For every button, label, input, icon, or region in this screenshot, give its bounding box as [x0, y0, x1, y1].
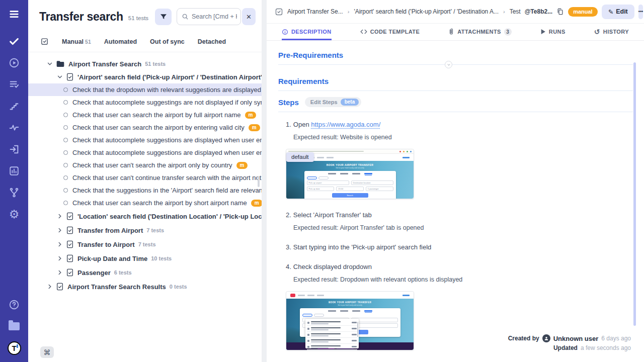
detail-scrollbar[interactable] — [633, 62, 636, 326]
mini-url-bar — [288, 151, 364, 152]
shared-steps-icon[interactable] — [7, 99, 21, 113]
tree-suite-transfer-from[interactable]: Transfer from Airport 7 tests — [28, 223, 262, 237]
profile-avatar[interactable]: T — [8, 341, 21, 355]
analytics-chart-icon[interactable] — [7, 164, 21, 178]
test-row[interactable]: Check that user can't continue transfer … — [28, 171, 262, 184]
copy-icon[interactable] — [556, 8, 564, 16]
test-id[interactable]: @Te8b2... — [525, 8, 553, 15]
step-screenshot-1[interactable]: BOOK YOUR AIRPORT TRANSFER Get to your h… — [286, 149, 414, 199]
chevron-right-icon — [56, 227, 63, 234]
tab-description[interactable]: DESCRIPTION — [282, 24, 332, 40]
step-item-2: 2. Select 'Airport Transfer' tab Expecte… — [286, 211, 633, 231]
test-circle-icon — [63, 201, 68, 205]
tree-suite-results[interactable]: Airport Transfer Search Results 0 tests — [28, 280, 262, 294]
expected-result: Expected result: Airport Transfer' tab i… — [293, 224, 633, 231]
test-row[interactable]: Check that user can't search the airport… — [28, 159, 262, 171]
test-runs-play-icon[interactable] — [7, 56, 21, 70]
test-row[interactable]: Check that autocomplete suggestions are … — [28, 146, 262, 159]
tab-manual[interactable]: Manual51 — [62, 38, 91, 45]
tab-automated[interactable]: Automated — [104, 38, 137, 45]
test-circle-icon — [63, 100, 68, 105]
file-check-icon — [66, 268, 73, 277]
chevron-right-icon — [46, 283, 53, 290]
menu-icon[interactable] — [7, 7, 21, 21]
tree-suite-airport-field[interactable]: 'Airport' search field ('Pick-up Airport… — [28, 70, 262, 83]
breadcrumb-suite[interactable]: Airport Transfer Se... — [287, 8, 343, 15]
mini-hero: BOOK YOUR AIRPORT TRANSFER Get to your h… — [286, 299, 414, 350]
search-icon — [182, 13, 189, 20]
tree-suite-transfer-to[interactable]: Transfer to Airport 7 tests — [28, 237, 262, 251]
test-checkbox-icon[interactable] — [275, 8, 283, 16]
defects-pulse-icon[interactable] — [7, 121, 21, 135]
file-check-icon — [66, 212, 73, 220]
more-button[interactable]: ••• — [638, 5, 643, 19]
play-icon — [540, 29, 546, 35]
keyboard-shortcut-button[interactable]: ⌘ — [40, 346, 54, 358]
tree-suite-pickup-date[interactable]: Pick-up Date and Time 10 tests — [28, 251, 262, 265]
edit-steps-button[interactable]: Edit Steps beta — [305, 97, 361, 107]
history-icon: ↺ — [594, 28, 600, 35]
edit-button[interactable]: ✎Edit — [602, 5, 634, 19]
section-divider — [278, 90, 633, 91]
test-detail-panel: Airport Transfer Se... › 'Airport' searc… — [267, 0, 644, 362]
tests-count: 51 tests — [128, 15, 148, 21]
search-input[interactable] — [192, 13, 237, 20]
beta-badge: beta — [341, 99, 359, 106]
tab-history[interactable]: ↺ HISTORY — [594, 24, 629, 40]
test-row[interactable]: Check that the dropdown with relevant su… — [28, 83, 262, 96]
description-content: Pre-Requirements Requirements Steps Edit… — [267, 41, 644, 361]
test-row[interactable]: Check that autocomplete suggestings are … — [28, 96, 262, 109]
section-steps: Steps — [278, 98, 299, 107]
attachment-name-tooltip: default — [286, 152, 314, 162]
test-row[interactable]: Check that user can search the airport b… — [28, 109, 262, 121]
collapse-toggle[interactable] — [445, 61, 452, 68]
projects-folder-icon[interactable] — [7, 319, 21, 333]
file-check-icon — [66, 226, 73, 234]
mini-dropdown-scrollbar — [357, 322, 358, 337]
tree-suite-location[interactable]: 'Location' search field ('Destination Lo… — [28, 209, 262, 223]
integrations-branch-icon[interactable] — [7, 186, 21, 200]
filter-button[interactable] — [155, 9, 172, 25]
tree-root-suite[interactable]: Airport Transfer Search 51 tests — [28, 57, 262, 70]
test-plans-icon[interactable] — [7, 77, 21, 92]
help-icon[interactable] — [7, 298, 21, 312]
search-close-button[interactable]: ✕ — [242, 8, 256, 25]
test-row[interactable]: Check that autocomplete suggestions are … — [28, 134, 262, 146]
requirements-signin-icon[interactable] — [7, 142, 21, 156]
chevron-down-icon — [56, 73, 63, 80]
test-row[interactable]: Check that user can search the airport b… — [28, 121, 262, 134]
detail-header: Airport Transfer Se... › 'Airport' searc… — [267, 0, 644, 24]
tab-code-template[interactable]: CODE TEMPLATE — [360, 24, 420, 40]
test-circle-icon — [63, 150, 68, 155]
step-screenshot-2[interactable]: BOOK YOUR AIRPORT TRANSFER Get to your h… — [286, 291, 414, 350]
breadcrumb-subsuite[interactable]: 'Airport' search field ('Pick-up Airport… — [354, 8, 499, 15]
chevron-right-icon — [56, 213, 63, 220]
tab-out-of-sync[interactable]: Out of sync — [150, 38, 185, 45]
file-check-icon — [66, 73, 73, 81]
test-circle-icon — [63, 188, 68, 193]
tab-attachments[interactable]: ATTACHMENTS 3 — [448, 24, 511, 40]
created-by-user: Unknown user — [553, 335, 599, 342]
test-row[interactable]: Check that the suggestions in the 'Airpo… — [28, 184, 262, 197]
list-scrollbar[interactable] — [258, 176, 260, 187]
status-badge: manual — [568, 7, 598, 17]
section-divider — [278, 112, 633, 112]
test-row[interactable]: Check that user can search the airport b… — [28, 197, 262, 209]
tests-check-icon[interactable] — [7, 34, 21, 48]
breadcrumb-test[interactable]: Test — [510, 8, 521, 15]
mini-search-card: Pick-up airport Destination location Pic… — [304, 171, 396, 199]
chevron-down-icon — [46, 60, 53, 67]
steps-header: Steps Edit Steps beta — [278, 97, 633, 107]
chevron-right-icon — [56, 269, 63, 276]
tab-detached[interactable]: Detached — [198, 38, 226, 45]
tree-suite-passenger[interactable]: Passenger 6 tests — [28, 265, 262, 280]
agoda-link[interactable]: https://www.agoda.com/ — [311, 121, 380, 128]
chevron-right-icon — [56, 241, 63, 248]
select-all-icon[interactable] — [40, 37, 49, 46]
manual-badge: m — [236, 162, 248, 169]
tab-runs[interactable]: RUNS — [540, 24, 566, 40]
settings-gear-icon[interactable]: ⚙ — [7, 207, 21, 221]
updated-at: a few seconds ago — [581, 344, 631, 351]
app-sidebar: ⚙ T — [0, 0, 28, 362]
info-icon — [282, 29, 288, 35]
